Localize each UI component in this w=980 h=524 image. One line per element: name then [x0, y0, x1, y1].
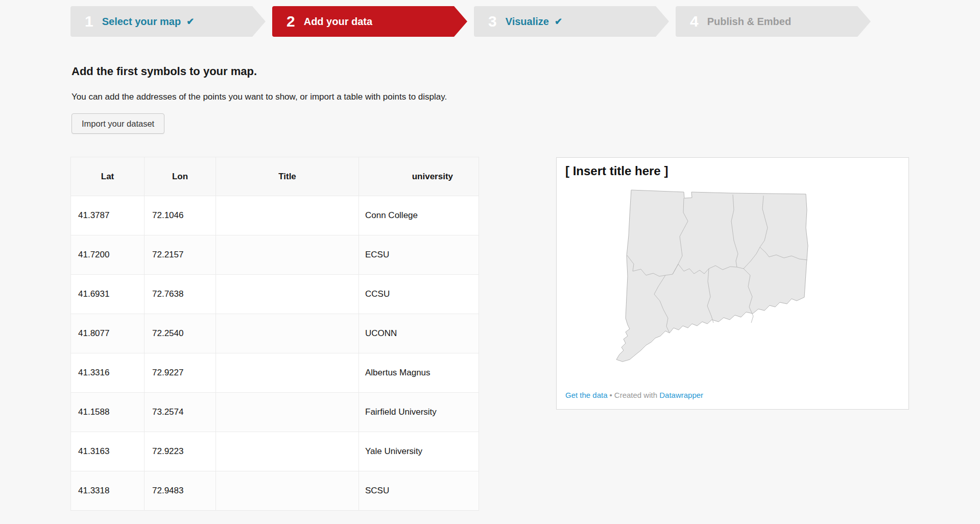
step-label: Add your data — [304, 16, 372, 28]
table-row: 41.693172.7638CCSU — [71, 275, 479, 314]
cell-lon[interactable]: 72.1046 — [145, 196, 216, 235]
table-row: 41.807772.2540UCONN — [71, 314, 479, 353]
cell-university[interactable]: CCSU — [359, 275, 479, 314]
import-dataset-button[interactable]: Import your dataset — [71, 113, 164, 134]
cell-lat[interactable]: 41.7200 — [71, 235, 145, 275]
created-with-label: Created with — [614, 391, 657, 399]
points-data-table[interactable]: LatLonTitleuniversity 41.378772.1046Conn… — [70, 157, 479, 511]
cell-title[interactable] — [216, 196, 359, 235]
step-3-visualize[interactable]: 3Visualize✔ — [474, 6, 656, 37]
column-header-title[interactable]: Title — [216, 157, 359, 196]
cell-lon[interactable]: 72.9227 — [145, 353, 216, 393]
cell-title[interactable] — [216, 393, 359, 432]
cell-lon[interactable]: 73.2574 — [145, 393, 216, 432]
step-4-publish-embed[interactable]: 4Publish & Embed — [676, 6, 857, 37]
cell-lon[interactable]: 72.9483 — [145, 471, 216, 511]
cell-lat[interactable]: 41.8077 — [71, 314, 145, 353]
cell-lon[interactable]: 72.7638 — [145, 275, 216, 314]
map-preview-panel: [ Insert title here ] Get the da — [556, 157, 909, 410]
table-row: 41.331672.9227Albertus Magnus — [71, 353, 479, 393]
step-2-add-your-data[interactable]: 2Add your data — [272, 6, 454, 37]
cell-lat[interactable]: 41.3318 — [71, 471, 145, 511]
cell-university[interactable]: SCSU — [359, 471, 479, 511]
cell-lat[interactable]: 41.6931 — [71, 275, 145, 314]
cell-lat[interactable]: 41.3316 — [71, 353, 145, 393]
map-svg — [607, 189, 809, 363]
step-number: 3 — [488, 14, 497, 29]
cell-lon[interactable]: 72.2540 — [145, 314, 216, 353]
stepper: 1Select your map✔2Add your data3Visualiz… — [70, 6, 857, 37]
state-outline — [616, 190, 808, 362]
cell-lon[interactable]: 72.2157 — [145, 235, 216, 275]
step-number: 4 — [690, 14, 699, 29]
datawrapper-link[interactable]: Datawrapper — [659, 391, 703, 399]
step-label: Publish & Embed — [707, 16, 791, 28]
check-icon: ✔ — [555, 16, 562, 27]
column-header-university[interactable]: university — [359, 157, 479, 196]
table-row: 41.378772.1046Conn College — [71, 196, 479, 235]
cell-title[interactable] — [216, 314, 359, 353]
get-the-data-link[interactable]: Get the data — [565, 391, 608, 399]
cell-title[interactable] — [216, 235, 359, 275]
table-header: LatLonTitleuniversity — [71, 157, 479, 196]
cell-university[interactable]: Fairfield University — [359, 393, 479, 432]
step-number: 1 — [85, 14, 93, 29]
page-title: Add the first symbols to your map. — [71, 65, 257, 78]
table-row: 41.331872.9483SCSU — [71, 471, 479, 511]
step-1-select-your-map[interactable]: 1Select your map✔ — [70, 6, 252, 37]
column-header-lat[interactable]: Lat — [71, 157, 145, 196]
step-label: Visualize — [506, 16, 549, 28]
cell-title[interactable] — [216, 353, 359, 393]
table-row: 41.316372.9223Yale University — [71, 432, 479, 471]
cell-university[interactable]: ECSU — [359, 235, 479, 275]
cell-university[interactable]: Albertus Magnus — [359, 353, 479, 393]
preview-footer: Get the data•Created with Datawrapper — [565, 391, 703, 399]
cell-university[interactable]: Conn College — [359, 196, 479, 235]
cell-lon[interactable]: 72.9223 — [145, 432, 216, 471]
table-row: 41.720072.2157ECSU — [71, 235, 479, 275]
table-row: 41.158873.2574Fairfield University — [71, 393, 479, 432]
cell-lat[interactable]: 41.3787 — [71, 196, 145, 235]
map-title-placeholder: [ Insert title here ] — [565, 164, 668, 178]
cell-university[interactable]: UCONN — [359, 314, 479, 353]
cell-title[interactable] — [216, 471, 359, 511]
footer-separator: • — [610, 391, 612, 399]
column-header-lon[interactable]: Lon — [145, 157, 216, 196]
cell-university[interactable]: Yale University — [359, 432, 479, 471]
cell-title[interactable] — [216, 432, 359, 471]
page-description: You can add the addresses of the points … — [71, 92, 447, 102]
cell-title[interactable] — [216, 275, 359, 314]
cell-lat[interactable]: 41.3163 — [71, 432, 145, 471]
cell-lat[interactable]: 41.1588 — [71, 393, 145, 432]
step-label: Select your map — [102, 16, 181, 28]
step-number: 2 — [286, 14, 295, 29]
check-icon: ✔ — [186, 16, 194, 27]
connecticut-counties-map — [607, 189, 809, 363]
